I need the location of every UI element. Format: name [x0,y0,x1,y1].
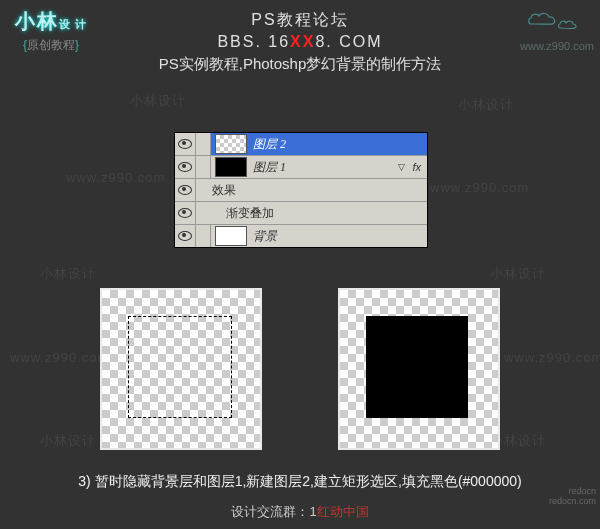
layer-thumbnail [215,226,247,246]
footer-text: 设计交流群：1 [231,504,316,519]
watermark-url: www.z990.com [504,350,600,365]
eye-icon [178,162,192,172]
layer-thumbnail [215,134,247,154]
layer-row[interactable]: 背景 [175,225,427,247]
sample-canvas-left [100,288,262,450]
layer-row[interactable]: 图层 2 [175,133,427,156]
footer: 设计交流群：1红动中国 [0,503,600,521]
watermark-url: www.z990.com [430,180,529,195]
selection-marquee-filled [366,316,468,418]
logo-design: 设 计 [59,18,87,30]
visibility-toggle[interactable] [175,179,196,201]
visibility-toggle[interactable] [175,202,196,224]
expand-arrow-icon[interactable]: ▽ [398,162,405,172]
watermark: 小林设计 [40,265,96,283]
link-col[interactable] [196,133,211,155]
layer-label: 背景 [251,228,427,245]
watermark-url: www.z990.com [66,170,165,185]
effect-label: 渐变叠加 [196,205,427,222]
link-col[interactable] [196,156,211,178]
layers-panel: 图层 2 图层 1 ▽ fx 效果 渐变叠加 背景 [174,132,428,248]
logo-name: 小林 [15,10,59,32]
eye-icon [178,208,192,218]
layer-thumbnail [215,157,247,177]
logo-badge: 小林设 计 {原创教程} [6,6,96,54]
layer-row[interactable]: 图层 1 ▽ fx [175,156,427,179]
header-subtitle: PS实例教程,Photoshp梦幻背景的制作方法 [0,55,600,74]
layer-label: 图层 2 [251,136,427,153]
selection-marquee [128,316,232,418]
visibility-toggle[interactable] [175,225,196,247]
visibility-toggle[interactable] [175,133,196,155]
eye-icon [178,185,192,195]
cloud-decoration-icon [526,8,586,32]
visibility-toggle[interactable] [175,156,196,178]
footer-brand: 红动中国 [317,504,369,519]
watermark: 小林设计 [490,265,546,283]
watermark: 小林设计 [40,432,96,450]
effect-row[interactable]: 渐变叠加 [175,202,427,225]
corner-url: www.z990.com [520,40,594,52]
fx-badge: fx [412,161,421,173]
logo-title: 小林设 计 [6,8,96,35]
effect-label: 效果 [196,182,427,199]
link-col[interactable] [196,225,211,247]
sample-canvas-right [338,288,500,450]
effect-row[interactable]: 效果 [175,179,427,202]
eye-icon [178,231,192,241]
eye-icon [178,139,192,149]
redocn-watermark: redocn redocn.com [549,487,596,507]
watermark-url: www.z990.com [10,350,109,365]
watermark: 小林设计 [130,92,186,110]
watermark: 小林设计 [458,96,514,114]
step-instruction: 3) 暂时隐藏背景层和图层1,新建图层2,建立矩形选区,填充黑色(#000000… [0,473,600,491]
logo-subtitle: {原创教程} [6,37,96,54]
